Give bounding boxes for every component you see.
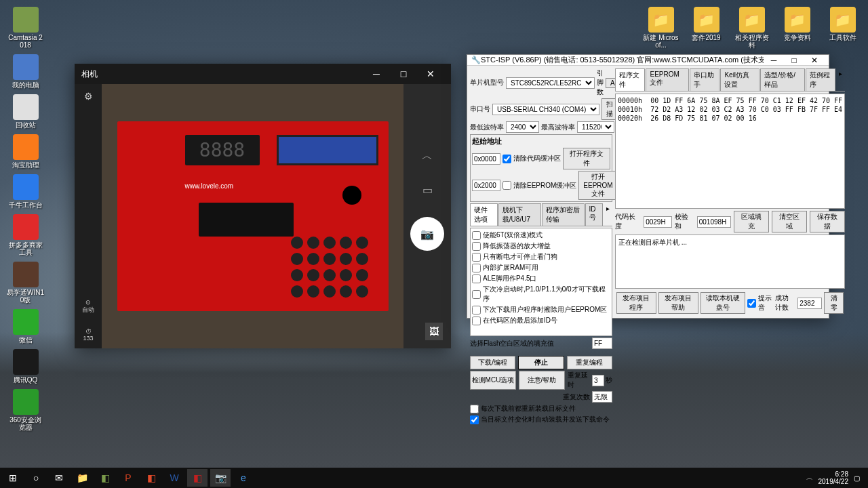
com-label: 串口号 [470, 104, 490, 114]
close-button[interactable]: ✕ [417, 68, 444, 79]
right-tab[interactable]: 程序文件 [615, 68, 645, 91]
success-count [797, 298, 822, 309]
stop-button[interactable]: 停止 [518, 356, 564, 369]
option-tab[interactable]: ID号 [585, 203, 603, 226]
option-tab[interactable]: 硬件选项 [470, 203, 498, 226]
desktop-icon[interactable]: 📁工具软件 [824, 7, 861, 49]
option-checkbox[interactable] [472, 317, 481, 325]
camera-title: 相机 [81, 68, 98, 80]
stc-titlebar[interactable]: 🔧 STC-ISP (V6.86P) (销售电话: 0513-55012928)… [467, 55, 829, 66]
beep-checkbox[interactable] [747, 299, 756, 308]
auto-reload-checkbox[interactable] [470, 405, 479, 413]
desktop-icon[interactable]: 微信 [7, 309, 44, 344]
option-checkbox[interactable] [472, 253, 481, 262]
open-eeprom-button[interactable]: 打开EEPROM文件 [578, 171, 617, 200]
right-tab[interactable]: EEPROM文件 [646, 68, 688, 91]
retry-input[interactable] [592, 391, 612, 403]
auto-download-checkbox[interactable] [470, 415, 479, 424]
fill-value-input[interactable] [592, 338, 612, 349]
option-checkbox[interactable] [472, 274, 481, 283]
help-button[interactable]: 注意/帮助 [519, 371, 565, 390]
clock[interactable]: 6:28 2019/4/22 [818, 470, 849, 485]
mail-icon[interactable]: ✉ [49, 469, 69, 487]
code-addr-input[interactable] [472, 153, 500, 165]
mcu-select[interactable]: STC89C52RC/LE52RC [506, 77, 595, 89]
notifications-icon[interactable]: ▢ [854, 474, 860, 482]
option-checkbox[interactable] [472, 306, 481, 314]
app-icon-1[interactable]: ◧ [141, 469, 161, 487]
clear-zone-button[interactable]: 清空区域 [772, 211, 807, 232]
clear-eeprom-checkbox[interactable] [502, 181, 511, 190]
minimize-button[interactable]: ─ [363, 68, 390, 79]
powerpoint-icon[interactable]: P [118, 469, 138, 487]
download-button[interactable]: 下载/编程 [470, 356, 515, 369]
shutter-button[interactable]: 📷 [410, 217, 444, 251]
save-data-button[interactable]: 保存数据 [810, 211, 845, 232]
maximize-button[interactable]: □ [390, 68, 417, 79]
check-mcu-button[interactable]: 检测MCU选项 [470, 371, 516, 390]
video-mode-icon[interactable]: ▭ [422, 184, 433, 197]
desktop-icon[interactable]: 回收站 [7, 94, 44, 129]
clear-code-checkbox[interactable] [502, 155, 511, 163]
gallery-button[interactable]: 🖼 [425, 323, 443, 340]
app-icon: 🔧 [471, 56, 481, 64]
desktop-icon[interactable]: 我的电脑 [7, 54, 44, 89]
option-checkbox[interactable] [472, 231, 481, 240]
tray-chevron-icon[interactable]: ︿ [806, 473, 813, 483]
code-length [644, 216, 672, 228]
delay-input[interactable] [592, 375, 604, 386]
word-icon[interactable]: W [164, 469, 184, 487]
desktop-icon[interactable]: 腾讯QQ [7, 349, 44, 384]
release-project-button[interactable]: 发布项目程序 [616, 292, 656, 314]
eeprom-addr-input[interactable] [472, 180, 500, 191]
desktop-icon[interactable]: 易学通WIN10版 [7, 262, 44, 304]
open-code-button[interactable]: 打开程序文件 [563, 148, 610, 169]
redownload-button[interactable]: 重复编程 [567, 356, 612, 369]
maximize-button[interactable]: □ [784, 56, 804, 65]
fill-blank-button[interactable]: 区域填充 [734, 211, 769, 232]
com-select[interactable]: USB-SERIAL CH340 (COM4) [492, 104, 599, 115]
right-tab[interactable]: Keil仿真设置 [720, 68, 760, 91]
option-tab[interactable]: 脱机下载/U8/U7 [498, 203, 541, 226]
close-button[interactable]: ✕ [804, 56, 825, 65]
chevron-up-icon[interactable]: ︿ [422, 149, 433, 163]
checksum [697, 216, 731, 228]
option-checkbox[interactable] [472, 264, 481, 272]
tab-scroll-icon[interactable]: ▸ [604, 203, 612, 226]
camera-taskbar-icon[interactable]: 📷 [210, 469, 231, 487]
max-baud-select[interactable]: 115200 [577, 121, 614, 133]
desktop-icon[interactable]: 📁相关程序资料 [733, 7, 770, 49]
option-checkbox[interactable] [472, 290, 481, 299]
pcb-board: 8888 www.lovele.com [117, 121, 389, 311]
system-tray[interactable]: ︿ 6:28 2019/4/22 ▢ [806, 470, 866, 485]
gear-icon[interactable]: ⚙ [84, 91, 93, 102]
start-button[interactable]: ⊞ [3, 469, 23, 487]
desktop-icon[interactable]: 拼多多商家工具 [7, 214, 44, 256]
tab-scroll-icon[interactable]: ▸ [836, 68, 845, 91]
desktop-icon[interactable]: Camtasia 2018 [7, 7, 44, 49]
option-checkbox[interactable] [472, 242, 481, 251]
release-help-button[interactable]: 发布项目帮助 [658, 292, 698, 314]
min-baud-select[interactable]: 2400 [506, 121, 539, 133]
desktop-icon[interactable]: 📁套件2019 [688, 7, 725, 49]
desktop-icon[interactable]: 360安全浏览器 [7, 389, 44, 431]
search-button[interactable]: ○ [26, 469, 46, 487]
explorer-icon[interactable]: 📁 [72, 469, 92, 487]
camera-titlebar[interactable]: 相机 ─ □ ✕ [75, 64, 451, 84]
read-disk-id-button[interactable]: 读取本机硬盘号 [701, 292, 745, 314]
hex-viewer[interactable]: 00000h 00 1D FF 6A 75 8A EF 75 FF 70 C1 … [615, 94, 845, 209]
desktop-icon[interactable]: 千牛工作台 [7, 174, 44, 209]
clear-count-button[interactable]: 清零 [824, 292, 844, 314]
edge-icon[interactable]: e [233, 469, 254, 487]
right-tab[interactable]: 串口助手 [690, 68, 719, 91]
desktop-icon[interactable]: 淘宝助理 [7, 134, 44, 169]
stc-taskbar-icon[interactable]: ◧ [187, 469, 208, 487]
right-tab[interactable]: 选型/价格/样品 [760, 68, 804, 91]
right-tab[interactable]: 范例程序 [806, 68, 835, 91]
camtasia-taskbar-icon[interactable]: ◧ [95, 469, 115, 487]
desktop-icon[interactable]: 📁新建 Microsof... [642, 7, 679, 49]
minimize-button[interactable]: ─ [764, 56, 784, 65]
desktop-icon[interactable]: 📁竞争资料 [778, 7, 816, 49]
hardware-options[interactable]: 使能6T(双倍速)模式降低振荡器的放大增益只有断电才可停止看门狗内部扩展RAM可… [470, 228, 612, 336]
option-tab[interactable]: 程序加密后传输 [542, 203, 584, 226]
